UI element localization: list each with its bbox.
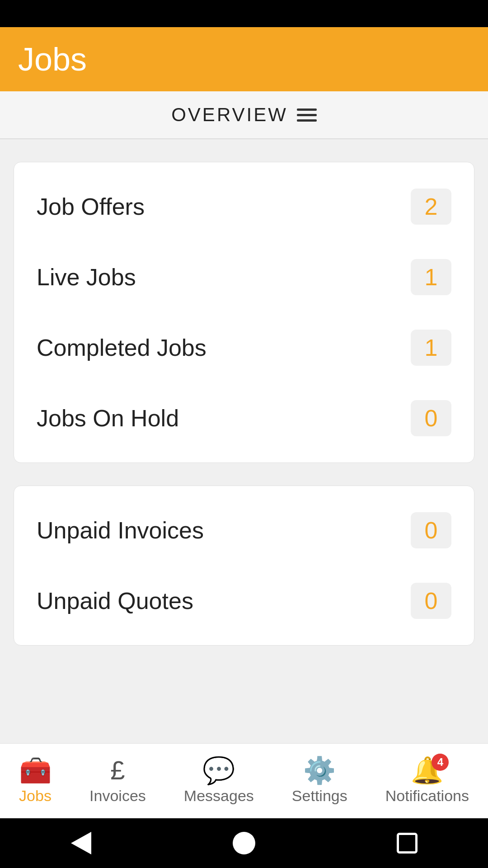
- unpaid-quotes-label: Unpaid Quotes: [37, 587, 193, 614]
- jobs-on-hold-row[interactable]: Jobs On Hold 0: [14, 383, 474, 453]
- overview-bar[interactable]: OVERVIEW: [0, 91, 488, 139]
- job-offers-label: Job Offers: [37, 193, 145, 220]
- live-jobs-row[interactable]: Live Jobs 1: [14, 242, 474, 312]
- home-button[interactable]: [233, 832, 255, 854]
- nav-item-notifications[interactable]: 🔔 4 Notifications: [376, 753, 478, 809]
- hamburger-icon[interactable]: [297, 108, 317, 122]
- messages-icon: 💬: [202, 755, 235, 785]
- page-title: Jobs: [18, 41, 87, 77]
- status-bar: [0, 0, 488, 27]
- unpaid-quotes-badge: 0: [411, 583, 451, 619]
- job-offers-row[interactable]: Job Offers 2: [14, 171, 474, 242]
- notifications-badge: 4: [432, 754, 449, 771]
- bottom-nav: 🧰 Jobs £ Invoices 💬 Messages ⚙️ Settings…: [0, 743, 488, 818]
- settings-icon: ⚙️: [303, 755, 336, 785]
- invoices-icon: £: [110, 755, 125, 785]
- overview-label: OVERVIEW: [171, 104, 288, 126]
- settings-nav-label: Settings: [292, 787, 347, 805]
- back-button[interactable]: [71, 832, 91, 854]
- jobs-nav-label: Jobs: [19, 787, 52, 805]
- main-content: Job Offers 2 Live Jobs 1 Completed Jobs …: [0, 139, 488, 743]
- android-nav: [0, 818, 488, 868]
- header: Jobs: [0, 27, 488, 91]
- live-jobs-badge: 1: [411, 259, 451, 295]
- jobs-on-hold-label: Jobs On Hold: [37, 405, 179, 432]
- notifications-nav-label: Notifications: [385, 787, 469, 805]
- unpaid-invoices-label: Unpaid Invoices: [37, 517, 204, 544]
- messages-nav-label: Messages: [184, 787, 254, 805]
- jobs-on-hold-badge: 0: [411, 400, 451, 436]
- invoices-nav-label: Invoices: [89, 787, 146, 805]
- nav-item-jobs[interactable]: 🧰 Jobs: [10, 753, 61, 809]
- jobs-card: Job Offers 2 Live Jobs 1 Completed Jobs …: [14, 162, 474, 463]
- live-jobs-label: Live Jobs: [37, 264, 136, 291]
- nav-item-settings[interactable]: ⚙️ Settings: [283, 753, 357, 809]
- unpaid-quotes-row[interactable]: Unpaid Quotes 0: [14, 566, 474, 636]
- nav-item-invoices[interactable]: £ Invoices: [80, 753, 155, 809]
- job-offers-badge: 2: [411, 189, 451, 225]
- completed-jobs-row[interactable]: Completed Jobs 1: [14, 312, 474, 383]
- invoices-card: Unpaid Invoices 0 Unpaid Quotes 0: [14, 486, 474, 646]
- unpaid-invoices-row[interactable]: Unpaid Invoices 0: [14, 495, 474, 566]
- recents-button[interactable]: [397, 833, 418, 854]
- completed-jobs-label: Completed Jobs: [37, 334, 206, 361]
- jobs-icon: 🧰: [19, 755, 52, 785]
- nav-item-messages[interactable]: 💬 Messages: [175, 753, 263, 809]
- unpaid-invoices-badge: 0: [411, 512, 451, 548]
- completed-jobs-badge: 1: [411, 330, 451, 366]
